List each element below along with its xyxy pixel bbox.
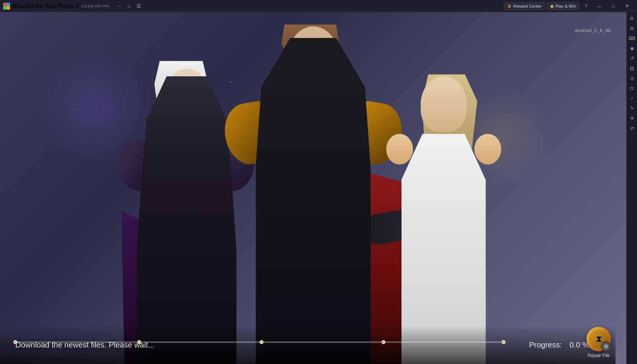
window-controls: — □ ✕: [593, 0, 634, 12]
svg-rect-0: [3, 3, 7, 6]
sidebar-stats-button[interactable]: ▤: [627, 64, 637, 73]
sidebar-folder-button[interactable]: 🗀: [627, 84, 637, 93]
app-logo: BlueStacks App Player 2 5.9.410.1002 P64: [0, 3, 112, 10]
sidebar-camera-button[interactable]: ◎: [627, 74, 637, 83]
char-center-body: [256, 38, 371, 364]
home-button[interactable]: ⌂: [124, 2, 133, 11]
titlebar-center: ♛ Reward Center ◉ Play & Win ? — □ ✕: [146, 0, 637, 12]
sidebar-brush-button[interactable]: ✎: [627, 104, 637, 113]
sidebar-layers-button[interactable]: ⊕: [627, 114, 637, 123]
back-button[interactable]: ←: [114, 2, 123, 11]
maximize-button[interactable]: □: [606, 0, 620, 12]
sidebar-keyboard-button[interactable]: ⌨: [627, 34, 637, 43]
sidebar-swap-button[interactable]: ⇄: [627, 124, 637, 133]
crown-icon: ♛: [507, 3, 512, 9]
characters-group: [83, 46, 543, 364]
titlebar: BlueStacks App Player 2 5.9.410.1002 P64…: [0, 0, 637, 12]
bottom-bar: Download the newest files. Please wait..…: [0, 326, 616, 364]
svg-rect-3: [7, 6, 10, 10]
progress-dot-start: [13, 340, 17, 344]
reward-center-label: Reward Center: [513, 4, 542, 8]
progress-dot-mid2: [260, 340, 263, 344]
reward-center-button[interactable]: ♛ Reward Center: [504, 2, 545, 10]
char-right-shoulder-right: [474, 134, 501, 165]
help-icon: ?: [585, 3, 588, 9]
minimize-button[interactable]: —: [593, 0, 606, 12]
app-icon: [3, 3, 10, 10]
titlebar-nav: ← ⌂ ☰: [112, 2, 146, 11]
sidebar-screen-button[interactable]: ⊞: [627, 24, 637, 33]
game-background: android_0_6_86 Download the newest files…: [0, 12, 626, 364]
repair-file-button[interactable]: ⧗ ⚙ Repair File: [586, 327, 611, 358]
character-right: [375, 65, 513, 364]
char-right-shoulder-left: [386, 134, 413, 165]
hourglass-icon: ⧗: [596, 334, 602, 344]
game-area: android_0_6_86 Download the newest files…: [0, 12, 626, 364]
play-win-button[interactable]: ◉ Play & Win: [546, 2, 579, 10]
right-sidebar: ⚙ ⊞ ⌨ ◉ ↺ ▤ ◎ 🗀 ♪ ✎ ⊕ ⇄: [626, 12, 637, 364]
progress-bar-track: [15, 341, 504, 343]
progress-dot-end: [502, 340, 505, 344]
char-right-head: [421, 76, 467, 132]
progress-dot-mid1: [137, 340, 141, 344]
sidebar-volume-button[interactable]: ♪: [627, 94, 637, 103]
sidebar-settings-button[interactable]: ⚙: [627, 14, 637, 23]
repair-label: Repair File: [588, 353, 610, 358]
repair-icon-bg: ⧗ ⚙: [586, 327, 611, 351]
progress-label: Progress:: [529, 341, 562, 349]
bookmark-button[interactable]: ☰: [134, 2, 143, 11]
device-id: android_0_6_86: [575, 28, 611, 33]
sidebar-rotate-button[interactable]: ↺: [627, 54, 637, 63]
svg-rect-1: [7, 3, 10, 6]
close-button[interactable]: ✕: [620, 0, 634, 12]
sidebar-gamepad-button[interactable]: ◉: [627, 44, 637, 53]
progress-dot-mid3: [382, 340, 385, 344]
coin-icon: ◉: [550, 3, 554, 9]
app-title: BlueStacks App Player 2: [12, 3, 79, 10]
particle-1: [77, 108, 78, 110]
app-version: 5.9.410.1002 P64: [82, 4, 109, 8]
help-button[interactable]: ?: [581, 1, 591, 11]
svg-rect-2: [3, 6, 7, 10]
gear-overlay-icon: ⚙: [601, 341, 611, 351]
progress-bar-container: [15, 341, 504, 343]
play-win-label: Play & Win: [555, 4, 576, 8]
